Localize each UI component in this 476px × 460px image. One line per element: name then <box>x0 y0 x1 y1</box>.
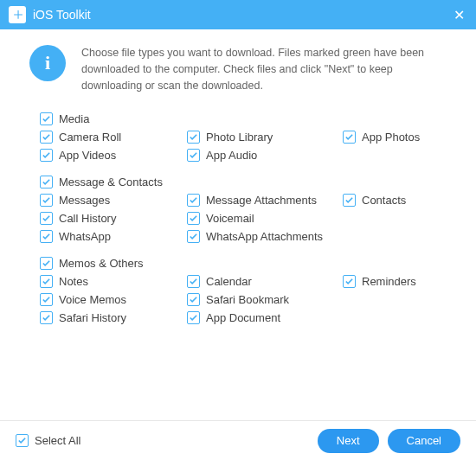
group-header-label: Message & Contacts <box>59 176 163 188</box>
check-icon <box>42 132 51 142</box>
info-text: Choose file types you want to download. … <box>81 45 452 93</box>
file-type-checkbox[interactable]: Safari Bookmark <box>187 293 343 306</box>
file-type-checkbox[interactable]: App Videos <box>40 149 187 162</box>
check-icon <box>42 150 51 160</box>
group-header-label: Memos & Others <box>59 257 144 270</box>
check-icon <box>42 313 51 323</box>
file-type-checkbox[interactable]: App Photos <box>343 131 447 144</box>
file-type-label: Messages <box>59 194 110 207</box>
file-type-label: Call History <box>59 212 116 225</box>
content: i Choose file types you want to download… <box>0 29 476 324</box>
info-row: i Choose file types you want to download… <box>24 45 452 93</box>
checkbox-box <box>187 275 200 288</box>
blank-cell <box>343 212 447 225</box>
file-type-label: App Photos <box>362 131 420 144</box>
check-icon <box>189 295 198 304</box>
checkbox-box <box>187 230 200 243</box>
check-icon <box>344 195 354 205</box>
file-type-checkbox[interactable]: WhatsApp <box>40 230 187 243</box>
checkbox-box <box>187 311 200 324</box>
file-type-groups: MediaCamera RollPhoto LibraryApp PhotosA… <box>24 112 452 324</box>
checkbox-box <box>40 112 53 125</box>
group-header-checkbox[interactable]: Message & Contacts <box>40 176 452 188</box>
file-type-label: Safari Bookmark <box>206 293 289 306</box>
check-icon <box>42 232 51 241</box>
check-icon <box>189 150 198 160</box>
next-button[interactable]: Next <box>318 429 379 453</box>
file-type-checkbox[interactable]: WhatsApp Attachments <box>187 230 343 243</box>
titlebar: iOS Toolkit ✕ <box>0 0 476 29</box>
check-icon <box>344 277 354 286</box>
checkbox-box <box>187 194 200 207</box>
checkbox-box <box>40 131 53 144</box>
file-type-checkbox[interactable]: Reminders <box>343 275 447 288</box>
check-icon <box>189 277 198 286</box>
file-type-label: App Document <box>206 311 280 324</box>
group-header-checkbox[interactable]: Media <box>40 112 452 125</box>
file-type-checkbox[interactable]: Messages <box>40 194 187 207</box>
file-type-label: Voicemail <box>206 212 254 225</box>
file-type-checkbox[interactable]: Contacts <box>343 194 447 207</box>
group-grid: NotesCalendarRemindersVoice MemosSafari … <box>40 275 452 324</box>
file-type-label: Photo Library <box>206 131 273 144</box>
checkbox-box <box>40 149 53 162</box>
file-type-label: App Videos <box>59 149 116 162</box>
file-type-checkbox[interactable]: Camera Roll <box>40 131 187 144</box>
file-type-label: Reminders <box>362 275 416 288</box>
check-icon <box>189 214 198 223</box>
checkbox-box <box>343 275 356 288</box>
group: Message & ContactsMessagesMessage Attach… <box>40 176 452 243</box>
file-type-label: Contacts <box>362 194 406 207</box>
check-icon <box>42 195 51 205</box>
checkbox-box <box>40 257 53 270</box>
file-type-checkbox[interactable]: Call History <box>40 212 187 225</box>
check-icon <box>42 295 51 304</box>
checkbox-box <box>40 230 53 243</box>
close-icon[interactable]: ✕ <box>450 7 467 23</box>
checkbox-box <box>40 176 53 188</box>
group-header-label: Media <box>59 112 89 125</box>
checkbox-box <box>40 311 53 324</box>
file-type-checkbox[interactable]: Voicemail <box>187 212 343 225</box>
file-type-label: WhatsApp <box>59 230 111 243</box>
check-icon <box>42 277 51 286</box>
select-all-checkbox[interactable]: Select All <box>16 434 80 447</box>
file-type-checkbox[interactable]: Notes <box>40 275 187 288</box>
file-type-checkbox[interactable]: Voice Memos <box>40 293 187 306</box>
cancel-button[interactable]: Cancel <box>388 429 460 453</box>
checkbox-box <box>16 434 29 447</box>
check-icon <box>189 195 198 205</box>
file-type-checkbox[interactable]: Safari History <box>40 311 187 324</box>
file-type-label: Notes <box>59 275 88 288</box>
file-type-label: Calendar <box>206 275 252 288</box>
blank-cell <box>343 293 447 306</box>
checkbox-box <box>343 194 356 207</box>
check-icon <box>42 114 51 124</box>
check-icon <box>189 313 198 323</box>
file-type-label: Camera Roll <box>59 131 121 144</box>
file-type-label: Message Attachments <box>206 194 317 207</box>
file-type-checkbox[interactable]: App Audio <box>187 149 343 162</box>
check-icon <box>42 177 51 187</box>
group-grid: Camera RollPhoto LibraryApp PhotosApp Vi… <box>40 131 452 162</box>
file-type-checkbox[interactable]: Photo Library <box>187 131 343 144</box>
checkbox-box <box>187 293 200 306</box>
file-type-checkbox[interactable]: App Document <box>187 311 343 324</box>
file-type-label: App Audio <box>206 149 257 162</box>
group-header-checkbox[interactable]: Memos & Others <box>40 257 452 270</box>
check-icon <box>42 259 51 268</box>
checkbox-box <box>40 212 53 225</box>
check-icon <box>42 214 51 223</box>
footer: Select All Next Cancel <box>0 420 476 460</box>
check-icon <box>189 132 198 142</box>
file-type-label: Voice Memos <box>59 293 126 306</box>
window-title: iOS Toolkit <box>33 8 450 22</box>
check-icon <box>344 132 354 142</box>
group: Memos & OthersNotesCalendarRemindersVoic… <box>40 257 452 324</box>
app-icon <box>9 6 26 23</box>
checkbox-box <box>343 131 356 144</box>
group-grid: MessagesMessage AttachmentsContactsCall … <box>40 194 452 243</box>
file-type-checkbox[interactable]: Calendar <box>187 275 343 288</box>
check-icon <box>189 232 198 241</box>
file-type-checkbox[interactable]: Message Attachments <box>187 194 343 207</box>
